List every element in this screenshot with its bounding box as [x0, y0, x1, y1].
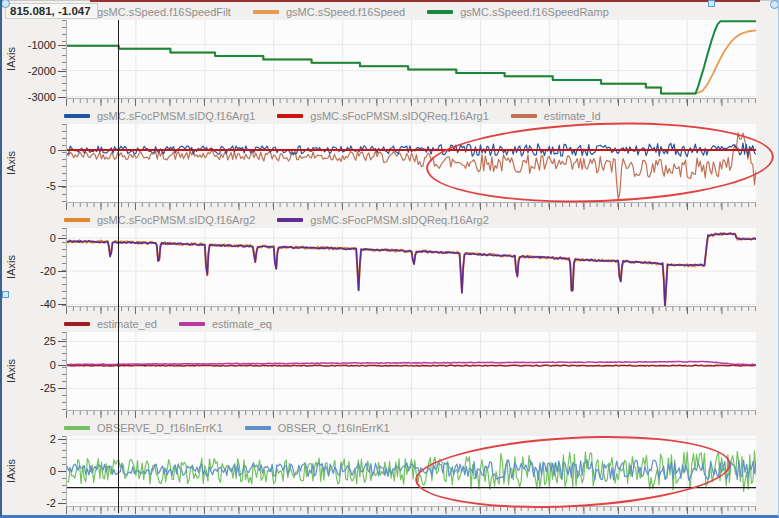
- legend-label: gsMC.sFocPMSM.sIDQReq.f16Arg2: [310, 214, 489, 226]
- y-tick-label: -20: [40, 265, 56, 277]
- y-axis-tick-labels: 250-25: [24, 332, 58, 410]
- legend-swatch-icon: [64, 114, 90, 118]
- legend-item[interactable]: gsMC.sFocPMSM.sIDQ.f16Arg1: [64, 110, 255, 122]
- cursor-coordinates-readout: 815.081, -1.047: [5, 3, 98, 19]
- legend-row: estimate_edestimate_eq: [2, 315, 756, 332]
- legend-swatch-icon: [427, 10, 453, 14]
- legend-swatch-icon: [64, 426, 90, 430]
- y-tick-label: -2: [46, 497, 56, 509]
- plot-canvas[interactable]: [67, 20, 756, 98]
- y-major-tick: [58, 388, 66, 389]
- legend-label: estimate_eq: [212, 318, 272, 330]
- y-axis-tick-labels: 20-2: [24, 436, 58, 506]
- y-major-tick: [58, 238, 66, 239]
- y-axis-title: IAxis: [5, 255, 17, 279]
- y-axis-ruler: [58, 228, 67, 306]
- chart-panel-1: gsMC.sSpeed.f16SpeedFiltgsMC.sSpeed.f16S…: [2, 3, 756, 105]
- legend-item[interactable]: OBSERVE_D_f16InErrK1: [64, 422, 223, 434]
- legend-swatch-icon: [64, 218, 90, 222]
- legend-row: gsMC.sSpeed.f16SpeedFiltgsMC.sSpeed.f16S…: [2, 3, 756, 20]
- y-major-tick: [58, 97, 66, 98]
- y-tick-label: -5: [46, 180, 56, 192]
- legend-label: gsMC.sFocPMSM.sIDQ.f16Arg2: [97, 214, 255, 226]
- legend-item[interactable]: estimate_ed: [64, 318, 157, 330]
- legend-swatch-icon: [277, 218, 303, 222]
- plot-canvas[interactable]: [67, 228, 756, 306]
- x-axis-ruler: [66, 306, 756, 314]
- y-axis-ruler: [58, 332, 67, 410]
- y-axis-ruler: [58, 20, 67, 98]
- y-major-tick: [58, 45, 66, 46]
- legend-row: OBSERVE_D_f16InErrK1OBSER_Q_f16InErrK1: [2, 419, 756, 436]
- legend-item[interactable]: estimate_Id: [511, 110, 601, 122]
- legend-item[interactable]: gsMC.sSpeed.f16Speed: [253, 6, 405, 18]
- window-top-border: [90, 0, 760, 2]
- y-tick-label: -40: [40, 298, 56, 310]
- legend-item[interactable]: gsMC.sSpeed.f16SpeedRamp: [427, 6, 609, 18]
- legend-label: gsMC.sSpeed.f16Speed: [286, 6, 405, 18]
- legend-label: OBSER_Q_f16InErrK1: [278, 422, 390, 434]
- y-major-tick: [58, 503, 66, 504]
- y-major-tick: [58, 186, 66, 187]
- x-axis-ruler: [66, 98, 756, 106]
- y-tick-label: 0: [50, 144, 56, 156]
- legend-item[interactable]: gsMC.sFocPMSM.sIDQReq.f16Arg2: [277, 214, 489, 226]
- y-axis-title: IAxis: [5, 47, 17, 71]
- y-axis-tick-labels: 0-5: [24, 124, 58, 202]
- legend-label: estimate_ed: [97, 318, 157, 330]
- y-axis-tick-labels: -1000-2000-3000: [24, 20, 58, 98]
- y-major-tick: [58, 304, 66, 305]
- y-axis-title: IAxis: [5, 151, 17, 175]
- resize-handle-left-middle[interactable]: [2, 291, 9, 298]
- y-tick-label: 0: [50, 232, 56, 244]
- y-tick-label: -2000: [28, 65, 56, 77]
- legend-swatch-icon: [179, 322, 205, 326]
- y-axis-tick-labels: 0-20-40: [24, 228, 58, 306]
- chart-panel-3: gsMC.sFocPMSM.sIDQ.f16Arg2gsMC.sFocPMSM.…: [2, 211, 756, 313]
- y-major-tick: [58, 341, 66, 342]
- plot-area[interactable]: [67, 332, 756, 410]
- y-major-tick: [58, 365, 66, 366]
- plot-area[interactable]: [67, 228, 756, 306]
- resize-handle-top-right[interactable]: [770, 0, 779, 9]
- y-tick-label: 0: [50, 465, 56, 477]
- legend-label: estimate_Id: [544, 110, 601, 122]
- series-estimate_ed: [67, 365, 756, 366]
- y-major-tick: [58, 439, 66, 440]
- legend-label: gsMC.sFocPMSM.sIDQReq.f16Arg1: [310, 110, 489, 122]
- plot-area[interactable]: [67, 20, 756, 98]
- legend-label: gsMC.sFocPMSM.sIDQ.f16Arg1: [97, 110, 255, 122]
- y-axis-title-column: IAxis: [2, 332, 24, 410]
- y-axis-title-column: IAxis: [2, 436, 24, 506]
- x-axis-ruler: [66, 202, 756, 210]
- legend-item[interactable]: OBSER_Q_f16InErrK1: [245, 422, 390, 434]
- y-tick-label: 2: [50, 433, 56, 445]
- resize-handle-top-center[interactable]: [708, 0, 715, 7]
- legend-item[interactable]: gsMC.sFocPMSM.sIDQ.f16Arg2: [64, 214, 255, 226]
- y-tick-label: 25: [44, 335, 56, 347]
- y-axis-title: IAxis: [5, 359, 17, 383]
- y-axis-title-column: IAxis: [2, 20, 24, 98]
- x-axis-ruler: [66, 506, 756, 514]
- y-major-tick: [58, 271, 66, 272]
- legend-label: OBSERVE_D_f16InErrK1: [97, 422, 223, 434]
- legend-swatch-icon: [245, 426, 271, 430]
- y-major-tick: [58, 471, 66, 472]
- legend-label: gsMC.sSpeed.f16SpeedFilt: [97, 6, 231, 18]
- y-major-tick: [58, 150, 66, 151]
- y-tick-label: 0: [50, 359, 56, 371]
- y-tick-label: -25: [40, 382, 56, 394]
- legend-item[interactable]: gsMC.sFocPMSM.sIDQReq.f16Arg1: [277, 110, 489, 122]
- legend-row: gsMC.sFocPMSM.sIDQ.f16Arg2gsMC.sFocPMSM.…: [2, 211, 756, 228]
- y-axis-title-column: IAxis: [2, 124, 24, 202]
- legend-item[interactable]: estimate_eq: [179, 318, 272, 330]
- cursor-vertical-line[interactable]: [118, 20, 119, 513]
- y-tick-label: -3000: [28, 91, 56, 103]
- plot-canvas[interactable]: [67, 332, 756, 410]
- scope-window: 815.081, -1.047 gsMC.sSpeed.f16SpeedFilt…: [0, 0, 779, 518]
- legend-row: gsMC.sFocPMSM.sIDQ.f16Arg1gsMC.sFocPMSM.…: [2, 107, 756, 124]
- y-axis-ruler: [58, 124, 67, 202]
- y-axis-title: IAxis: [5, 459, 17, 483]
- y-tick-label: -1000: [28, 39, 56, 51]
- legend-label: gsMC.sSpeed.f16SpeedRamp: [460, 6, 609, 18]
